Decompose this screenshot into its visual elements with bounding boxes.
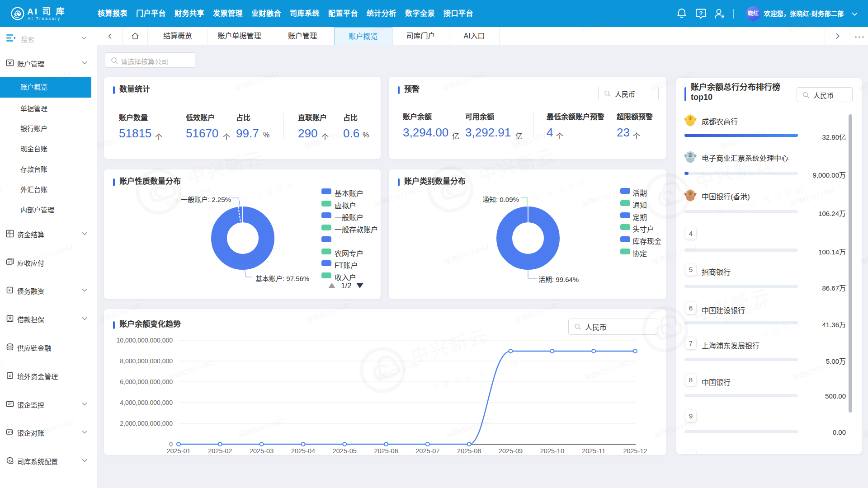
svg-text:2025-06: 2025-06 — [374, 447, 398, 455]
svg-text:¥: ¥ — [8, 374, 11, 378]
svg-text:2,000,000,000,000: 2,000,000,000,000 — [120, 420, 173, 427]
svg-text:3: 3 — [689, 191, 692, 196]
svg-text:2025-03: 2025-03 — [250, 447, 274, 455]
svg-text:2025-07: 2025-07 — [415, 447, 439, 455]
svg-text:2025-05: 2025-05 — [333, 447, 357, 455]
svg-text:6,000,000,000,000: 6,000,000,000,000 — [120, 378, 173, 385]
svg-text:?: ? — [699, 10, 703, 17]
svg-text:2025-11: 2025-11 — [582, 447, 605, 455]
svg-text:0: 0 — [169, 441, 173, 448]
svg-text:¥: ¥ — [8, 431, 10, 434]
svg-text:4,000,000,000,000: 4,000,000,000,000 — [120, 399, 173, 406]
svg-text:2025-10: 2025-10 — [540, 447, 564, 455]
svg-text:2025-12: 2025-12 — [623, 447, 647, 455]
svg-text:2025-04: 2025-04 — [291, 447, 315, 455]
svg-text:¥: ¥ — [8, 459, 11, 463]
svg-text:2025-02: 2025-02 — [208, 447, 232, 455]
svg-text:10,000,000,000,000: 10,000,000,000,000 — [116, 337, 173, 344]
svg-text:8,000,000,000,000: 8,000,000,000,000 — [120, 357, 173, 365]
svg-text:1: 1 — [689, 116, 692, 121]
svg-text:2025-08: 2025-08 — [457, 447, 481, 455]
svg-text:¥: ¥ — [8, 231, 9, 234]
svg-text:2025-01: 2025-01 — [166, 447, 190, 455]
svg-text:2: 2 — [689, 153, 692, 158]
svg-text:2025-09: 2025-09 — [499, 447, 523, 455]
svg-text:¥: ¥ — [8, 288, 11, 292]
